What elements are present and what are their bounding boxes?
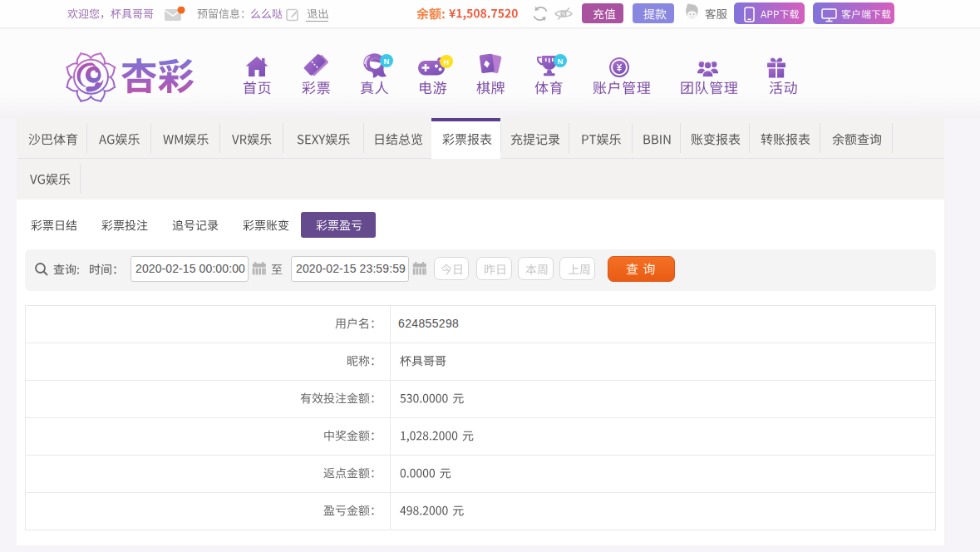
svg-text:N: N	[558, 56, 564, 65]
svg-text:N: N	[383, 56, 389, 65]
svg-text:H: H	[444, 57, 450, 67]
